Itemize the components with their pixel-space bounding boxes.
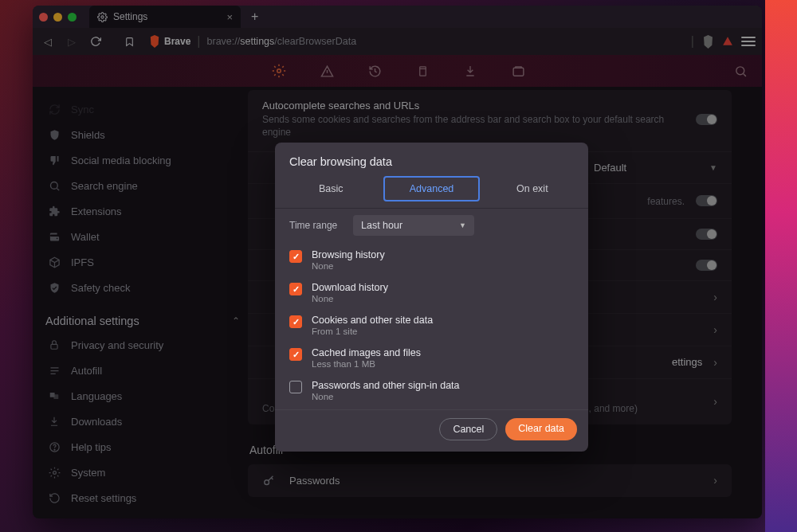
- timerange-label: Time range: [289, 220, 344, 231]
- modal-tab-onexit[interactable]: On exit: [485, 176, 580, 201]
- modal-item[interactable]: Cached images and filesLess than 1 MB: [275, 342, 588, 374]
- modal-timerange-row: Time range Last hour ▼: [275, 209, 588, 242]
- clear-browsing-data-modal: Clear browsing data Basic Advanced On ex…: [275, 143, 588, 452]
- modal-item-title: Cookies and other site data: [312, 315, 433, 326]
- modal-title: Clear browsing data: [275, 143, 588, 176]
- modal-item-title: Passwords and other sign-in data: [312, 380, 460, 391]
- modal-item-title: Cached images and files: [312, 347, 421, 358]
- modal-actions: Cancel Clear data: [275, 409, 588, 452]
- checkbox[interactable]: [289, 250, 302, 263]
- cancel-button[interactable]: Cancel: [439, 418, 497, 440]
- select-value: Last hour: [361, 220, 402, 231]
- modal-item-sub: None: [312, 261, 385, 271]
- modal-item-title: Download history: [312, 282, 388, 293]
- timerange-select[interactable]: Last hour ▼: [353, 215, 474, 236]
- modal-item-sub: None: [312, 294, 388, 303]
- modal-item-sub: Less than 1 MB: [312, 359, 421, 369]
- modal-item-title: Browsing history: [312, 249, 385, 260]
- chevron-down-icon: ▼: [459, 221, 466, 229]
- checkbox[interactable]: [289, 348, 302, 361]
- modal-item-sub: From 1 site: [312, 327, 433, 336]
- modal-item-sub: None: [312, 392, 460, 401]
- modal-item[interactable]: Passwords and other sign-in dataNone: [275, 374, 588, 407]
- modal-item-list: Browsing historyNoneDownload historyNone…: [275, 242, 588, 409]
- modal-item[interactable]: Browsing historyNone: [275, 244, 588, 276]
- checkbox[interactable]: [289, 283, 302, 295]
- browser-window: Settings × + ◁ ▷ Brave | brave://setting…: [33, 6, 762, 518]
- checkbox[interactable]: [289, 381, 302, 393]
- modal-item[interactable]: Download historyNone: [275, 276, 588, 309]
- modal-item[interactable]: Cookies and other site dataFrom 1 site: [275, 309, 588, 342]
- modal-tabs: Basic Advanced On exit: [275, 176, 588, 209]
- clear-data-button[interactable]: Clear data: [505, 418, 577, 440]
- checkbox[interactable]: [289, 315, 302, 328]
- modal-tab-advanced[interactable]: Advanced: [383, 176, 479, 201]
- modal-tab-basic[interactable]: Basic: [283, 176, 379, 201]
